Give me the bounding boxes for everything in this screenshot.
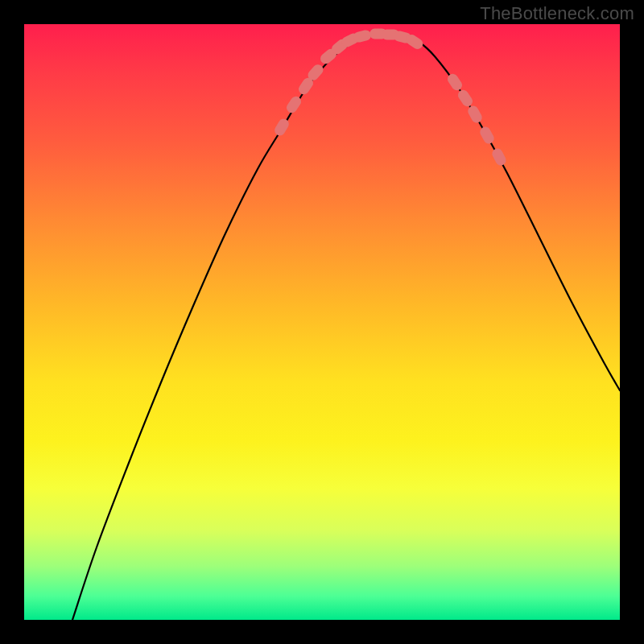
bottleneck-curve-path (72, 34, 620, 620)
bottleneck-curve-svg (24, 24, 620, 620)
svg-rect-0 (273, 117, 291, 138)
svg-rect-13 (456, 88, 474, 109)
gradient-plot-area (24, 24, 620, 620)
svg-rect-16 (490, 147, 508, 167)
chart-frame (24, 24, 620, 620)
curve-marker (478, 125, 496, 146)
curve-marker (466, 104, 484, 125)
curve-marker (490, 147, 508, 167)
svg-rect-14 (466, 104, 484, 125)
svg-rect-15 (478, 125, 496, 146)
curve-marker (273, 117, 291, 138)
watermark-text: TheBottleneck.com (480, 3, 634, 24)
curve-marker (456, 88, 474, 109)
